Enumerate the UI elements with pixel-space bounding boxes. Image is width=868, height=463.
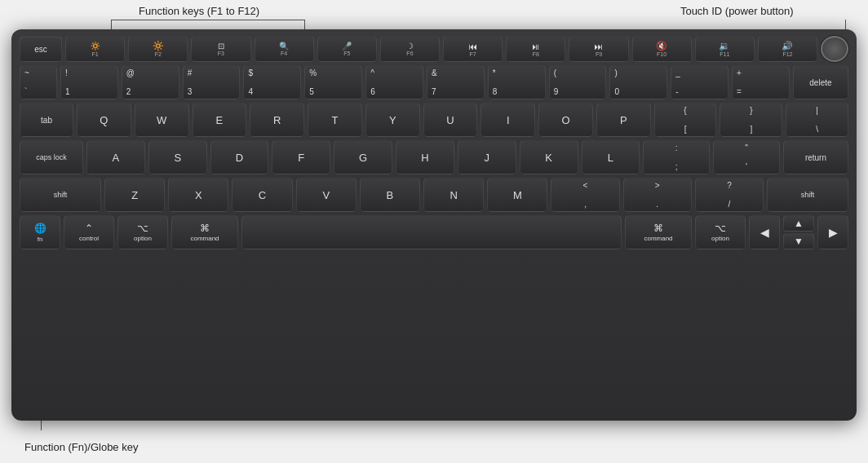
key-control[interactable]: ⌃ control [64, 215, 114, 249]
key-h[interactable]: H [396, 140, 454, 174]
key-shift-left[interactable]: shift [20, 178, 101, 212]
key-f10[interactable]: 🔇F10 [632, 36, 692, 62]
key-2[interactable]: @2 [122, 65, 179, 99]
touchid-label: Touch ID (power button) [680, 5, 794, 17]
key-l[interactable]: L [582, 140, 640, 174]
fn-keys-label: Function keys (F1 to F12) [139, 5, 259, 17]
key-5[interactable]: %5 [304, 65, 362, 99]
key-r[interactable]: R [250, 103, 304, 137]
key-backslash[interactable]: |\ [786, 103, 848, 137]
key-q[interactable]: Q [77, 103, 131, 137]
key-tilde[interactable]: ~` [20, 65, 57, 99]
key-1[interactable]: !1 [60, 65, 118, 99]
key-x[interactable]: X [168, 178, 228, 212]
key-quote[interactable]: "' [713, 140, 780, 174]
key-f3[interactable]: ⊡F3 [191, 36, 250, 62]
key-fn-globe[interactable]: 🌐 fn [20, 215, 60, 249]
keyboard-body: esc 🔅F1 🔆F2 ⊡F3 🔍F4 🎤F5 ☽F6 ⏮F7 ⏯F8 ⏭F9 … [11, 29, 857, 421]
key-f8[interactable]: ⏯F8 [506, 36, 565, 62]
key-k[interactable]: K [520, 140, 578, 174]
key-4[interactable]: $4 [243, 65, 301, 99]
key-command-right[interactable]: ⌘ command [625, 215, 692, 249]
touchid-line [845, 20, 846, 29]
key-arrow-right[interactable]: ▶ [817, 215, 848, 249]
key-a[interactable]: A [86, 140, 145, 174]
number-row: ~` !1 @2 #3 $4 %5 ^6 &7 *8 (9 )0 _- += d… [20, 65, 848, 99]
bottom-row: 🌐 fn ⌃ control ⌥ option ⌘ command ⌘ comm… [20, 215, 848, 249]
key-v[interactable]: V [296, 178, 356, 212]
key-z[interactable]: Z [104, 178, 165, 212]
key-u[interactable]: U [423, 103, 478, 137]
key-semicolon[interactable]: :; [643, 140, 710, 174]
key-capslock[interactable]: caps lock [20, 140, 83, 174]
key-0[interactable]: )0 [609, 65, 667, 99]
key-shift-right[interactable]: shift [767, 178, 848, 212]
key-8[interactable]: *8 [488, 65, 546, 99]
key-period[interactable]: >. [623, 178, 692, 212]
asdf-row: caps lock A S D F G H J K L :; "' return [20, 140, 848, 174]
key-f9[interactable]: ⏭F9 [569, 36, 628, 62]
key-arrow-down[interactable]: ▼ [783, 233, 814, 249]
key-space[interactable] [241, 215, 622, 249]
key-comma[interactable]: <, [551, 178, 619, 212]
key-f12[interactable]: 🔊F12 [758, 36, 817, 62]
key-i[interactable]: I [480, 103, 535, 137]
key-6[interactable]: ^6 [365, 65, 423, 99]
key-f2[interactable]: 🔆F2 [128, 36, 188, 62]
key-option-right[interactable]: ⌥ option [695, 215, 746, 249]
key-command-left[interactable]: ⌘ command [171, 215, 238, 249]
key-b[interactable]: B [360, 178, 420, 212]
key-o[interactable]: O [538, 103, 593, 137]
key-close-bracket[interactable]: }] [720, 103, 782, 137]
key-f1[interactable]: 🔅F1 [65, 36, 125, 62]
key-9[interactable]: (9 [549, 65, 607, 99]
key-3[interactable]: #3 [183, 65, 241, 99]
key-delete[interactable]: delete [793, 65, 848, 99]
zxcv-row: shift Z X C V B N M <, >. ?/ shift [20, 178, 848, 212]
key-f11[interactable]: 🔉F11 [695, 36, 755, 62]
key-f5[interactable]: 🎤F5 [317, 36, 377, 62]
key-esc[interactable]: esc [20, 36, 62, 62]
key-slash[interactable]: ?/ [695, 178, 764, 212]
key-f4[interactable]: 🔍F4 [255, 36, 314, 62]
key-d[interactable]: D [210, 140, 269, 174]
qwerty-row: tab Q W E R T Y U I O P {[ }] |\ [20, 103, 848, 137]
key-f7[interactable]: ⏮F7 [443, 36, 503, 62]
key-f6[interactable]: ☽F6 [380, 36, 440, 62]
globe-key-label: Function (Fn)/Globe key [24, 441, 138, 453]
key-s[interactable]: S [148, 140, 207, 174]
key-touchid[interactable] [821, 36, 848, 62]
key-j[interactable]: J [458, 140, 516, 174]
key-y[interactable]: Y [365, 103, 420, 137]
key-arrows-updown: ▲ ▼ [783, 215, 814, 249]
key-arrow-left[interactable]: ◀ [749, 215, 780, 249]
key-return[interactable]: return [783, 140, 848, 174]
fn-row: esc 🔅F1 🔆F2 ⊡F3 🔍F4 🎤F5 ☽F6 ⏮F7 ⏯F8 ⏭F9 … [20, 36, 848, 62]
key-n[interactable]: N [423, 178, 484, 212]
key-c[interactable]: C [232, 178, 292, 212]
key-t[interactable]: T [308, 103, 362, 137]
key-7[interactable]: &7 [427, 65, 485, 99]
key-tab[interactable]: tab [20, 103, 73, 137]
key-m[interactable]: M [487, 178, 547, 212]
fn-keys-line [111, 20, 305, 29]
key-option-left[interactable]: ⌥ option [117, 215, 168, 249]
key-w[interactable]: W [135, 103, 189, 137]
key-e[interactable]: E [193, 103, 247, 137]
key-equals[interactable]: += [732, 65, 790, 99]
key-p[interactable]: P [596, 103, 651, 137]
key-minus[interactable]: _- [671, 65, 728, 99]
key-g[interactable]: G [334, 140, 392, 174]
key-f[interactable]: F [272, 140, 330, 174]
key-open-bracket[interactable]: {[ [654, 103, 717, 137]
key-arrow-up[interactable]: ▲ [783, 215, 814, 232]
